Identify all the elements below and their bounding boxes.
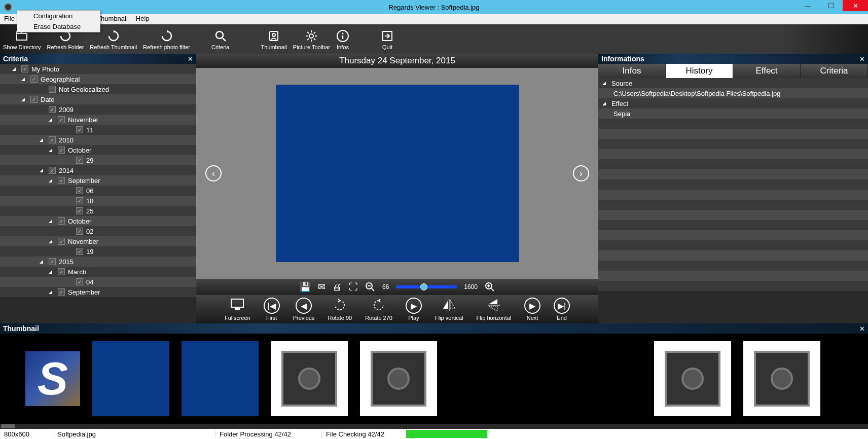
thumbnail-item[interactable] — [182, 341, 259, 416]
checkbox-icon[interactable]: ✓ — [76, 278, 83, 285]
checkbox-icon[interactable]: ✓ — [30, 96, 38, 103]
criteria-row[interactable]: ◢✓Date — [0, 94, 196, 104]
viewer-rotate-90-button[interactable]: Rotate 90 — [328, 298, 352, 321]
viewer-flip-horizontal-button[interactable]: Flip horizontal — [477, 298, 511, 321]
viewer-play-button[interactable]: ▶Play — [406, 298, 422, 321]
tab-criteria[interactable]: Criteria — [801, 64, 868, 78]
criteria-row[interactable]: ◢✓November — [0, 115, 196, 125]
criteria-row[interactable]: ◢✓September — [0, 287, 196, 297]
checkbox-icon[interactable]: ✓ — [76, 157, 83, 164]
viewer-first-button[interactable]: |◀First — [264, 298, 280, 321]
checkbox-icon[interactable]: ✓ — [49, 167, 56, 174]
checkbox-icon[interactable]: ✓ — [76, 207, 83, 214]
tab-effect[interactable]: Effect — [733, 64, 801, 78]
thumbnail-item[interactable] — [92, 341, 169, 416]
criteria-row[interactable]: ✓06 — [0, 186, 196, 196]
tab-history[interactable]: History — [666, 64, 733, 78]
criteria-close-icon[interactable]: ✕ — [188, 55, 193, 63]
criteria-row[interactable]: ◢✓November — [0, 236, 196, 246]
checkbox-icon[interactable]: ✓ — [58, 147, 65, 154]
info-row — [598, 240, 868, 250]
viewer-next-button[interactable]: ▶Next — [524, 298, 540, 321]
info-row — [598, 159, 868, 169]
criteria-row[interactable]: ✓19 — [0, 246, 196, 257]
email-icon[interactable]: ✉ — [318, 281, 326, 292]
print-icon[interactable]: 🖨 — [333, 282, 342, 292]
svg-line-12 — [307, 39, 309, 40]
thumbnail-item[interactable]: S — [25, 351, 80, 406]
criteria-row[interactable]: ✓18 — [0, 196, 196, 206]
viewer-end-button[interactable]: ▶|End — [554, 298, 570, 321]
menu-help[interactable]: Help — [132, 14, 154, 24]
criteria-row[interactable]: ◢✓My Photo — [0, 64, 196, 74]
criteria-row[interactable]: ◢✓March — [0, 267, 196, 277]
checkbox-icon[interactable]: ✓ — [76, 248, 83, 255]
checkbox-icon[interactable]: ✓ — [58, 116, 65, 123]
criteria-row[interactable]: ◢✓2015 — [0, 257, 196, 267]
criteria-label: October — [68, 147, 91, 154]
checkbox-icon[interactable]: ✓ — [76, 197, 83, 204]
toolbar-infos[interactable]: Infos — [333, 24, 352, 54]
minimize-button[interactable]: — — [796, 0, 819, 11]
checkbox-icon[interactable]: ✓ — [49, 136, 56, 143]
thumbnail-item[interactable] — [360, 341, 437, 416]
criteria-row[interactable]: ◢✓Geographical — [0, 74, 196, 84]
info-close-icon[interactable]: ✕ — [859, 55, 865, 63]
criteria-row[interactable]: ✓11 — [0, 125, 196, 135]
criteria-row[interactable]: Not Geolocalized — [0, 84, 196, 94]
menu-file[interactable]: File — [0, 14, 19, 24]
checkbox-icon[interactable]: ✓ — [58, 238, 65, 245]
thumbnail-item[interactable] — [743, 341, 820, 416]
toolbar-criteria[interactable]: Criteria — [208, 24, 232, 54]
zoom-in-icon[interactable] — [485, 282, 495, 292]
criteria-row[interactable]: ◢✓2010 — [0, 135, 196, 145]
viewer-fullscreen-button[interactable]: Fullscreen — [225, 298, 250, 321]
toolbar-refresh-photo-filter[interactable]: Refresh photo filter — [140, 24, 193, 54]
tab-infos[interactable]: Infos — [598, 64, 666, 78]
fit-icon[interactable]: ⛶ — [349, 282, 358, 292]
criteria-row[interactable]: ◢✓September — [0, 175, 196, 186]
criteria-row[interactable]: ◢✓October — [0, 145, 196, 155]
menu-item-configuration[interactable]: Configuration — [17, 11, 100, 21]
expand-icon: ◢ — [49, 269, 55, 274]
criteria-row[interactable]: ✓2009 — [0, 104, 196, 115]
checkbox-icon[interactable]: ✓ — [30, 76, 38, 83]
thumbnail-strip[interactable]: S — [0, 334, 868, 424]
menu-item-erase-database[interactable]: Erase Database — [17, 21, 100, 32]
checkbox-icon[interactable]: ✓ — [49, 258, 56, 265]
checkbox-icon[interactable]: ✓ — [58, 288, 65, 296]
criteria-row[interactable]: ◢✓2014 — [0, 165, 196, 175]
thumbnail-item[interactable] — [271, 341, 348, 416]
next-image-button[interactable]: › — [573, 165, 589, 181]
checkbox-icon[interactable]: ✓ — [76, 228, 83, 235]
toolbar-quit[interactable]: Quit — [378, 24, 397, 54]
checkbox-icon[interactable]: ✓ — [76, 126, 83, 133]
prev-image-button[interactable]: ‹ — [205, 165, 222, 181]
criteria-row[interactable]: ✓25 — [0, 206, 196, 216]
checkbox-icon[interactable]: ✓ — [58, 177, 65, 184]
checkbox-icon[interactable] — [49, 86, 56, 93]
criteria-row[interactable]: ◢✓October — [0, 216, 196, 226]
criteria-row[interactable]: ✓02 — [0, 226, 196, 236]
close-button[interactable]: ✕ — [843, 0, 868, 11]
viewer-flip-vertical-button[interactable]: Flip vertical — [435, 298, 463, 321]
viewer-previous-button[interactable]: ◀Previous — [293, 298, 315, 321]
thumbnail-close-icon[interactable]: ✕ — [859, 325, 865, 333]
checkbox-icon[interactable]: ✓ — [21, 65, 28, 72]
checkbox-icon[interactable]: ✓ — [49, 106, 56, 113]
image-viewport[interactable]: ‹ › — [196, 68, 598, 279]
thumbnail-item[interactable] — [654, 341, 731, 416]
toolbar-picture-toolbar[interactable]: Picture Toolbar — [290, 24, 333, 54]
checkbox-icon[interactable]: ✓ — [76, 187, 83, 194]
toolbar-thumbnail[interactable]: Thumbnail — [258, 24, 290, 54]
criteria-row[interactable]: ✓29 — [0, 155, 196, 165]
save-icon[interactable]: 💾 — [300, 281, 311, 292]
zoom-out-icon[interactable] — [365, 282, 375, 292]
thumbnail-scrollbar[interactable] — [0, 424, 868, 429]
checkbox-icon[interactable]: ✓ — [58, 217, 65, 225]
viewer-rotate-270-button[interactable]: Rotate 270 — [365, 298, 392, 321]
criteria-row[interactable]: ✓04 — [0, 277, 196, 287]
maximize-button[interactable]: ☐ — [819, 0, 843, 11]
checkbox-icon[interactable]: ✓ — [58, 268, 65, 275]
zoom-slider[interactable] — [396, 285, 457, 288]
